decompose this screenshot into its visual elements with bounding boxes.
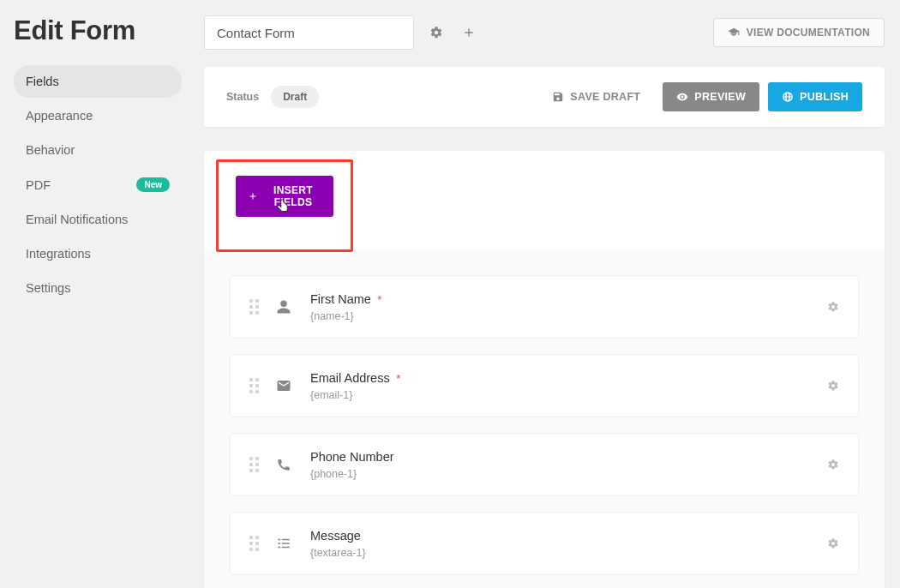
preview-button[interactable]: PREVIEW [663, 82, 759, 111]
sidebar-item-settings[interactable]: Settings [14, 272, 182, 304]
save-icon [552, 91, 564, 103]
field-meta: Phone Number {phone-1} [310, 449, 810, 480]
gear-icon[interactable] [827, 459, 839, 471]
field-slug: {phone-1} [310, 468, 810, 480]
status-label: Status [226, 91, 259, 103]
field-slug: {textarea-1} [310, 547, 810, 559]
insert-fields-highlight: INSERT FIELDS [216, 159, 353, 252]
sidebar-item-pdf[interactable]: PDF New [14, 168, 182, 201]
field-label: Message [310, 529, 361, 543]
gear-icon[interactable] [426, 22, 447, 43]
topbar: VIEW DOCUMENTATION [204, 15, 885, 50]
field-slug: {name-1} [310, 310, 810, 322]
required-mark: * [396, 372, 400, 385]
sidebar-item-label: Integrations [26, 247, 91, 261]
gear-icon[interactable] [827, 537, 839, 549]
view-documentation-button[interactable]: VIEW DOCUMENTATION [713, 18, 885, 47]
new-badge: New [136, 177, 170, 192]
sidebar-item-label: Behavior [26, 143, 75, 157]
main: VIEW DOCUMENTATION Status Draft SAVE DRA… [189, 0, 900, 588]
field-meta: Email Address * {email-1} [310, 370, 810, 401]
save-label: SAVE DRAFT [570, 91, 640, 103]
sidebar-item-fields[interactable]: Fields [14, 65, 182, 98]
preview-label: PREVIEW [694, 91, 746, 103]
field-label: Phone Number [310, 450, 394, 464]
field-card[interactable]: Message {textarea-1} [230, 512, 859, 575]
required-mark: * [377, 293, 381, 306]
eye-icon [676, 91, 688, 103]
sidebar-nav: Fields Appearance Behavior PDF New Email… [14, 65, 182, 304]
field-card[interactable]: Email Address * {email-1} [230, 354, 859, 417]
field-label: Email Address [310, 371, 390, 385]
sidebar-item-behavior[interactable]: Behavior [14, 134, 182, 166]
field-slug: {email-1} [310, 389, 810, 401]
globe-icon [782, 91, 794, 103]
status-badge: Draft [271, 86, 319, 108]
doc-button-label: VIEW DOCUMENTATION [747, 27, 870, 39]
form-name-input[interactable] [204, 15, 414, 50]
save-draft-button[interactable]: SAVE DRAFT [538, 82, 654, 111]
fields-panel: INSERT FIELDS First Name * [204, 151, 885, 588]
mail-icon [276, 378, 293, 393]
fields-list: First Name * {name-1} [204, 249, 885, 588]
sidebar-item-label: Fields [26, 75, 59, 88]
graduation-cap-icon [728, 27, 740, 39]
status-bar: Status Draft SAVE DRAFT PREVIEW [204, 67, 885, 127]
page-title: Edit Form [14, 15, 182, 46]
drag-handle-icon[interactable] [249, 536, 259, 551]
sidebar-item-label: Email Notifications [26, 213, 128, 226]
sidebar-item-appearance[interactable]: Appearance [14, 99, 182, 132]
textarea-icon [276, 536, 293, 551]
sidebar-item-integrations[interactable]: Integrations [14, 237, 182, 270]
drag-handle-icon[interactable] [249, 378, 259, 393]
drag-handle-icon[interactable] [249, 457, 259, 472]
gear-icon[interactable] [827, 301, 839, 313]
pointer-cursor-icon [275, 198, 291, 215]
insert-button-label: INSERT FIELDS [265, 184, 321, 208]
field-meta: First Name * {name-1} [310, 291, 810, 322]
field-card[interactable]: First Name * {name-1} [230, 275, 859, 339]
gear-icon[interactable] [827, 380, 839, 392]
sidebar-item-email-notifications[interactable]: Email Notifications [14, 203, 182, 236]
status-actions: SAVE DRAFT PREVIEW PUBLISH [538, 82, 862, 111]
phone-icon [276, 457, 293, 472]
sidebar-item-label: Appearance [26, 109, 93, 123]
sidebar: Edit Form Fields Appearance Behavior PDF… [0, 0, 189, 588]
field-card[interactable]: Phone Number {phone-1} [230, 433, 859, 496]
sidebar-item-label: Settings [26, 281, 70, 295]
publish-label: PUBLISH [800, 91, 849, 103]
user-icon [276, 299, 293, 315]
plus-icon[interactable] [459, 22, 479, 43]
plus-icon [248, 191, 258, 201]
field-meta: Message {textarea-1} [310, 528, 810, 559]
publish-button[interactable]: PUBLISH [768, 82, 862, 111]
field-label: First Name [310, 292, 371, 306]
drag-handle-icon[interactable] [249, 299, 259, 315]
sidebar-item-label: PDF [26, 178, 51, 192]
